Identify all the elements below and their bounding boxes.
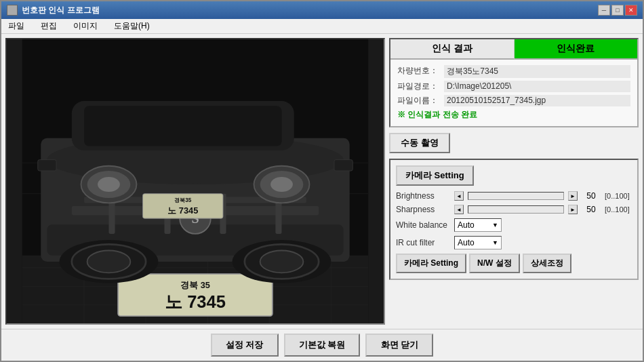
brightness-slider[interactable] [468,192,564,200]
menu-image[interactable]: 이미지 [69,19,102,33]
title-bar-left: 번호판 인식 프로그램 [7,5,100,16]
detail-adjust-button[interactable]: 상세조정 [523,254,571,273]
white-balance-dropdown[interactable]: Auto ▼ [454,218,502,232]
nw-setting-button[interactable]: N/W 설정 [469,254,520,273]
recognition-status: 인식완료 [515,39,638,60]
brightness-right-arrow[interactable]: ► [568,191,578,201]
title-controls: ─ □ ✕ [598,5,637,16]
bottom-buttons: 설정 저장 기본값 복원 화면 닫기 [1,329,643,361]
brightness-row: Brightness ◄ ► 50 [0..100] [396,191,632,201]
svg-point-42 [87,251,131,273]
filename-label: 파일이름： [397,95,441,106]
plate-label: 차량번호： [397,65,441,78]
path-label: 파일경로： [397,81,441,92]
camera-view: S 경북 35 노 7345 경북35 노 7345 [5,38,385,325]
camera-setting-section: 카메라 Setting Brightness ◄ ► 50 [0..100] S… [389,159,639,280]
path-value: D:\Image\201205\ [444,81,630,92]
plate-value: 경북35노7345 [444,65,630,78]
svg-text:노 7345: 노 7345 [165,292,226,311]
sharpness-row: Sharpness ◄ ► 50 [0..100] [396,205,632,214]
svg-text:경북35: 경북35 [174,197,192,203]
result-body: 차량번호： 경북35노7345 파일경로： D:\Image\201205\ 파… [390,60,637,126]
ir-cut-arrow: ▼ [492,239,498,246]
sharpness-right-arrow[interactable]: ► [568,205,578,214]
svg-point-29 [270,177,293,192]
brightness-value: 50 [582,191,601,201]
svg-rect-45 [334,160,353,171]
minimize-button[interactable]: ─ [598,5,610,16]
white-balance-value: Auto [458,220,475,230]
recognition-result: 인식 결과 인식완료 차량번호： 경북35노7345 파일경로： D:\Imag… [389,38,639,127]
content-area: S 경북 35 노 7345 경북35 노 7345 [1,34,643,329]
title-bar: 번호판 인식 프로그램 ─ □ ✕ [1,1,643,19]
right-panel: 인식 결과 인식완료 차량번호： 경북35노7345 파일경로： D:\Imag… [389,38,639,325]
filename-value: 20120510152517_7345.jgp [444,95,630,106]
result-title-label: 인식 결과 [390,39,515,60]
menu-bar: 파일 편집 이미지 도움말(H) [1,19,643,34]
ir-cut-label: IR cut filter [396,238,450,247]
sharpness-range: [0..100] [605,205,632,214]
manual-shoot-button[interactable]: 수동 촬영 [389,133,450,153]
ir-cut-row: IR cut filter Auto ▼ [396,236,632,249]
maximize-button[interactable]: □ [611,5,624,16]
white-balance-label: White balance [396,220,450,230]
menu-help[interactable]: 도움말(H) [110,19,154,33]
sharpness-value: 50 [582,205,601,214]
restore-defaults-button[interactable]: 기본값 복원 [284,334,361,357]
notice-text: ※ 인식결과 전송 완료 [397,109,630,121]
menu-edit[interactable]: 편집 [37,19,61,33]
svg-point-28 [98,177,120,192]
sharpness-left-arrow[interactable]: ◄ [454,205,464,214]
brightness-label: Brightness [396,191,450,201]
close-screen-button[interactable]: 화면 닫기 [365,334,433,357]
ir-cut-value: Auto [458,238,475,247]
brightness-left-arrow[interactable]: ◄ [454,191,464,201]
sharpness-label: Sharpness [396,205,450,214]
window-icon [7,5,18,16]
filename-row: 파일이름： 20120510152517_7345.jgp [397,95,630,106]
svg-point-43 [260,251,304,273]
svg-text:경북 35: 경북 35 [180,280,210,290]
setting-buttons: 카메라 Setting N/W 설정 상세조정 [396,254,632,273]
plate-row: 차량번호： 경북35노7345 [397,65,630,78]
sharpness-slider[interactable] [468,205,564,214]
white-balance-row: White balance Auto ▼ [396,218,632,232]
svg-rect-44 [38,160,56,171]
ir-cut-dropdown[interactable]: Auto ▼ [454,236,502,249]
brightness-range: [0..100] [605,192,632,200]
main-window: 번호판 인식 프로그램 ─ □ ✕ 파일 편집 이미지 도움말(H) [0,0,644,362]
svg-text:노 7345: 노 7345 [167,205,198,216]
svg-rect-16 [84,106,281,146]
path-row: 파일경로： D:\Image\201205\ [397,81,630,92]
close-window-button[interactable]: ✕ [625,5,637,16]
camera-setting-title: 카메라 Setting [396,165,474,186]
window-title: 번호판 인식 프로그램 [22,5,100,16]
save-settings-button[interactable]: 설정 저장 [211,334,279,357]
menu-file[interactable]: 파일 [4,19,28,33]
white-balance-arrow: ▼ [492,222,498,228]
result-header: 인식 결과 인식완료 [390,39,637,60]
camera-setting-button[interactable]: 카메라 Setting [396,254,466,273]
car-image: S 경북 35 노 7345 경북35 노 7345 [7,39,384,323]
